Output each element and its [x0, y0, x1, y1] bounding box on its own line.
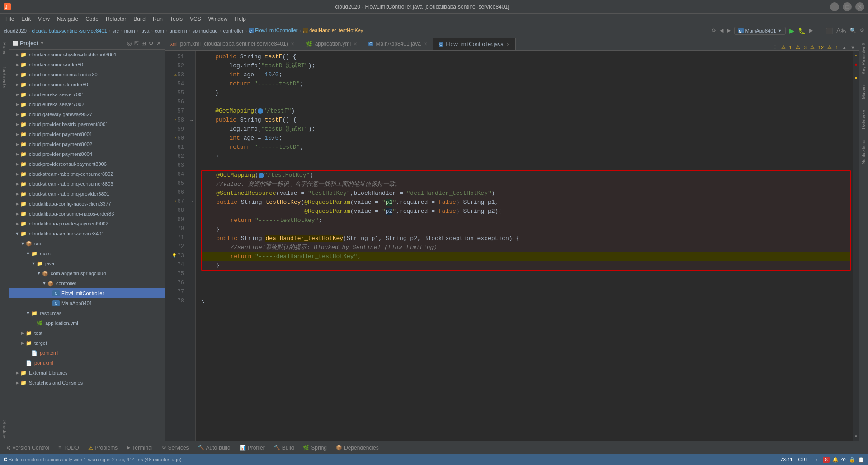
nav-angenin[interactable]: angenin: [170, 28, 187, 33]
menu-view[interactable]: View: [34, 15, 53, 23]
tree-item-nacos-client3377[interactable]: ▶ 📁 cloudalibaba-config-nacos-client3377: [9, 199, 165, 209]
tree-item-pom-sub[interactable]: ▶ 📄 pom.xml: [9, 348, 165, 358]
tree-item-appyml[interactable]: ▶ 🌿 application.yml: [9, 318, 165, 328]
tree-item-main[interactable]: ▼ 📁 main: [9, 249, 165, 258]
menu-navigate[interactable]: Navigate: [53, 15, 82, 23]
tab-pom[interactable]: xml pom.xml (cloudalibaba-sentinel-servi…: [165, 38, 300, 50]
tree-item-controller[interactable]: ▼ 📦 controller: [9, 278, 165, 288]
nav-cloud2020[interactable]: cloud2020: [4, 28, 27, 33]
tree-item-hystrix-payment8001[interactable]: ▶ 📁 cloud-provider-hystrix-payment8001: [9, 119, 165, 129]
key-promoter-label[interactable]: Key Promoter X: [859, 41, 868, 76]
bottom-tab-auto-build[interactable]: 🔨 Auto-build: [194, 444, 234, 452]
encoding[interactable]: CRL: [798, 457, 808, 462]
tree-item-consul-order80[interactable]: ▶ 📁 cloud-consumerconsul-order80: [9, 70, 165, 80]
tree-item-scratches[interactable]: ▶ 📁 Scratches and Consoles: [9, 378, 165, 388]
menu-edit[interactable]: Edit: [18, 15, 34, 23]
tree-item-pom[interactable]: ▶ 📄 pom.xml: [9, 358, 165, 368]
maximize-button[interactable]: □: [843, 2, 852, 11]
nav-src[interactable]: src: [112, 28, 119, 33]
close-panel-icon[interactable]: ✕: [156, 40, 161, 47]
debug-btn[interactable]: 🐛: [798, 27, 806, 34]
indent-icon[interactable]: ⇥: [813, 457, 817, 463]
more-run-btn[interactable]: ⋯: [816, 28, 821, 33]
maven-label[interactable]: Maven: [859, 84, 868, 101]
tree-item-eureka7002[interactable]: ▶ 📁 cloud-eureka-server7002: [9, 99, 165, 109]
nav-back-icon[interactable]: ◀: [720, 28, 723, 33]
nav-method[interactable]: mdealHandler_testHotKey: [303, 28, 363, 33]
code-content[interactable]: public String testE() { log.info("testD …: [196, 51, 853, 441]
tree-item-consul-payment8006[interactable]: ▶ 📁 cloud-providerconsul-payment8006: [9, 159, 165, 169]
menu-build[interactable]: Build: [130, 15, 149, 23]
run-coverage-btn[interactable]: ▶: [809, 28, 813, 33]
notifications-label[interactable]: Notifications: [859, 138, 868, 166]
nav-main[interactable]: main: [124, 28, 135, 33]
settings-proj-icon[interactable]: ⚙: [149, 40, 154, 47]
tree-item-pkg[interactable]: ▼ 📦 com.angenin.springcloud: [9, 268, 165, 278]
tree-item-src[interactable]: ▼ 📦 src: [9, 239, 165, 249]
menu-window[interactable]: Window: [205, 15, 231, 23]
nav-service8401[interactable]: cloudalibaba-sentinel-service8401: [32, 28, 107, 33]
tree-item-stream-consumer8802[interactable]: ▶ 📁 cloud-stream-rabbitmq-consumer8802: [9, 169, 165, 179]
tab-yaml-close[interactable]: ✕: [354, 42, 357, 47]
nav-forward-icon[interactable]: ▶: [727, 28, 731, 33]
tree-item-zk-order80[interactable]: ▶ 📁 cloud-consumerzk-order80: [9, 80, 165, 89]
stop-btn[interactable]: ⬛: [825, 27, 833, 34]
tree-item-target[interactable]: ▶ 📁 target: [9, 338, 165, 348]
menu-run[interactable]: Run: [149, 15, 166, 23]
nav-controller[interactable]: controller: [223, 28, 243, 33]
bottom-tab-version-control[interactable]: ⑆ Version Control: [4, 444, 53, 452]
menu-help[interactable]: Help: [231, 15, 250, 23]
project-arrow[interactable]: ▼: [40, 41, 44, 46]
tree-item-payment8001[interactable]: ▶ 📁 cloud-provider-payment8001: [9, 129, 165, 139]
tree-item-payment8004[interactable]: ▶ 📁 cloud-provider-payment8004: [9, 149, 165, 159]
locate-icon[interactable]: ◎: [127, 40, 132, 47]
search-icon[interactable]: 🔍: [850, 28, 856, 33]
tab-yaml[interactable]: 🌿 application.yml ✕: [300, 38, 363, 50]
tree-item-hystrix-dashboard[interactable]: ▶ 📁 cloud-consumer-hystrix-dashboard3001: [9, 50, 165, 60]
tab-flowlimit-close[interactable]: ✕: [506, 42, 510, 47]
scroll-down-icon[interactable]: ▼: [850, 45, 855, 50]
tree-item-eureka7001[interactable]: ▶ 📁 cloud-eureka-server7001: [9, 89, 165, 99]
tab-pom-close[interactable]: ✕: [291, 42, 294, 47]
tree-item-nacos-order83[interactable]: ▶ 📁 cloudalibaba-consumer-nacos-order83: [9, 209, 165, 219]
run-btn[interactable]: ▶: [789, 27, 794, 34]
bottom-tab-problems[interactable]: ⚠ Problems: [85, 444, 122, 452]
translate-icon[interactable]: Aあ: [836, 27, 846, 35]
tree-item-stream-provider8801[interactable]: ▶ 📁 cloud-stream-rabbitmq-provider8801: [9, 189, 165, 199]
tree-item-sentinel8401[interactable]: ▼ 📁 cloudalibaba-sentinel-service8401: [9, 229, 165, 239]
tree-item-test[interactable]: ▶ 📁 test: [9, 328, 165, 338]
menu-file[interactable]: File: [2, 15, 18, 23]
tab-mainapp[interactable]: C MainApp8401.java ✕: [363, 38, 433, 50]
tab-flowlimit[interactable]: C FlowLimitController.java ✕: [433, 38, 516, 50]
database-label[interactable]: Database: [859, 108, 868, 131]
tree-item-resources[interactable]: ▼ 📁 resources: [9, 308, 165, 318]
nav-com[interactable]: com: [155, 28, 164, 33]
bottom-tab-spring[interactable]: 🌿 Spring: [299, 444, 330, 452]
menu-refactor[interactable]: Refactor: [102, 15, 130, 23]
tree-item-payment8002[interactable]: ▶ 📁 cloud-provider-payment8002: [9, 139, 165, 149]
menu-tools[interactable]: Tools: [166, 15, 186, 23]
menu-code[interactable]: Code: [82, 15, 102, 23]
run-config-selector[interactable]: M MainApp8401▼: [734, 27, 786, 35]
bottom-tab-services[interactable]: ⚙ Services: [158, 444, 193, 452]
structure-icon[interactable]: Structure: [0, 418, 9, 441]
tab-mainapp-close[interactable]: ✕: [424, 42, 427, 47]
collapse-icon[interactable]: ⇱: [134, 40, 139, 47]
nav-sync-icon[interactable]: ⟳: [712, 28, 716, 33]
tree-item-mainapp[interactable]: ▶ C MainApp8401: [9, 298, 165, 308]
menu-vcs[interactable]: VCS: [186, 15, 205, 23]
tree-item-provider9002[interactable]: ▶ 📁 cloudalibaba-provider-payment9002: [9, 219, 165, 229]
bookmarks-icon[interactable]: Bookmarks: [0, 64, 9, 90]
tree-item-stream-consumer8803[interactable]: ▶ 📁 cloud-stream-rabbitmq-consumer8803: [9, 179, 165, 189]
bottom-tab-build[interactable]: 🔨 Build: [270, 444, 298, 452]
bottom-tab-todo[interactable]: ≡ TODO: [55, 444, 82, 452]
tree-item-gateway9527[interactable]: ▶ 📁 cloud-gateway-gateway9527: [9, 109, 165, 119]
more-tabs-icon[interactable]: ⋮: [773, 44, 778, 50]
nav-springcloud[interactable]: springcloud: [192, 28, 217, 33]
nav-java[interactable]: java: [140, 28, 149, 33]
tree-item-order80[interactable]: ▶ 📁 cloud-consumer-order80: [9, 60, 165, 70]
cursor-position[interactable]: 73:41: [780, 457, 793, 462]
close-button[interactable]: ✕: [855, 2, 864, 11]
minimize-button[interactable]: ─: [830, 2, 839, 11]
settings-icon[interactable]: ⚙: [860, 28, 864, 33]
